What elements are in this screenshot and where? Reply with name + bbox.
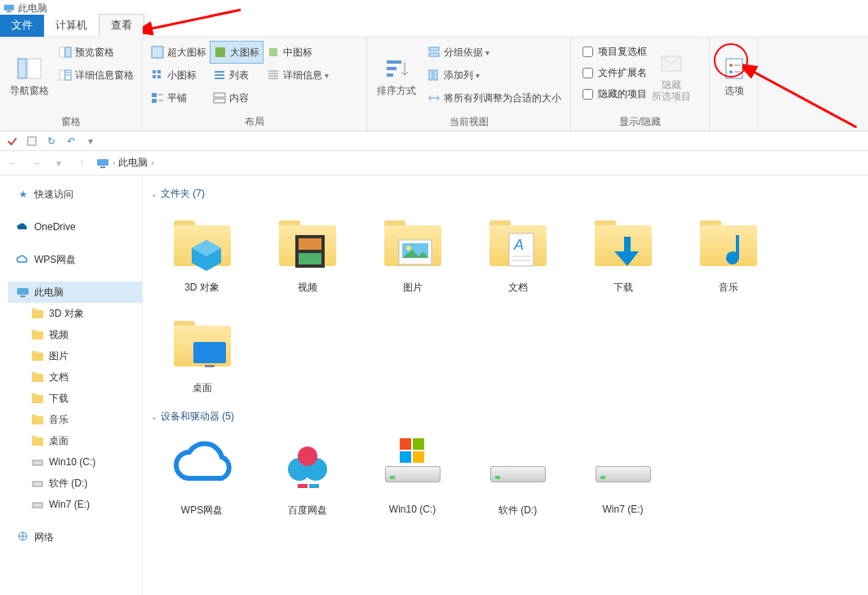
qat-check-icon[interactable] [5, 134, 20, 149]
layout-details-button[interactable]: 详细信息▾ [264, 64, 332, 87]
svg-rect-4 [28, 59, 41, 78]
drive-item-wps[interactable]: WPS网盘 [151, 433, 253, 517]
navigation-pane-button[interactable]: 导航窗格 [5, 41, 54, 111]
svg-rect-49 [17, 288, 29, 295]
sidebar-item-drive-d[interactable]: 软件 (D:) [8, 473, 142, 494]
svg-rect-3 [18, 59, 26, 78]
sidebar-item-downloads[interactable]: 下载 [8, 388, 142, 409]
details-pane-icon [59, 69, 72, 82]
group-label-currentview: 当前视图 [372, 113, 565, 129]
details-icon [267, 69, 280, 82]
tab-file[interactable]: 文件 [0, 15, 44, 37]
preview-pane-button[interactable]: 预览窗格 [55, 41, 137, 64]
qat-new-icon[interactable] [24, 134, 39, 149]
addcols-button[interactable]: 添加列▾ [424, 64, 565, 87]
layout-content-button[interactable]: 内容 [210, 87, 264, 109]
sidebar-item-onedrive[interactable]: OneDrive [8, 216, 142, 238]
sidebar-item-quickaccess[interactable]: ★快速访问 [8, 184, 142, 205]
chevron-down-icon: ⌄ [151, 412, 157, 421]
sidebar-item-3dobjects[interactable]: 3D 对象 [8, 303, 142, 324]
svg-rect-90 [413, 438, 424, 450]
layout-list-button[interactable]: 列表 [210, 64, 264, 87]
sidebar-item-network[interactable]: 网络 [8, 526, 142, 548]
drive-item-d[interactable]: 软件 (D:) [467, 433, 569, 517]
svg-rect-91 [400, 451, 411, 463]
group-label-layout: 布局 [148, 113, 361, 129]
folder-item-downloads[interactable]: 下载 [572, 211, 674, 295]
sidebar-item-drive-c[interactable]: Win10 (C:) [8, 451, 142, 473]
drive-item-baidu[interactable]: 百度网盘 [256, 433, 358, 517]
sidebar-item-drive-e[interactable]: Win7 (E:) [8, 494, 142, 515]
svg-rect-50 [20, 295, 25, 297]
checkboxes-toggle[interactable]: 项目复选框 [576, 41, 650, 62]
sidebar-item-pictures[interactable]: 图片 [8, 345, 142, 366]
medium-icon [267, 46, 280, 59]
folder-pictures-icon [380, 211, 445, 276]
nav-back-button[interactable]: ← [5, 155, 21, 171]
section-folders-header[interactable]: ⌄文件夹 (7) [151, 187, 868, 201]
section-drives-header[interactable]: ⌄设备和驱动器 (5) [151, 410, 868, 424]
folder-downloads-icon [591, 211, 656, 276]
annotation-arrow-options [742, 62, 865, 135]
svg-point-76 [406, 246, 411, 251]
extensions-toggle[interactable]: 文件扩展名 [576, 62, 650, 83]
folder-item-documents[interactable]: A 文档 [467, 211, 569, 295]
sidebar-item-wps[interactable]: WPS网盘 [8, 249, 142, 270]
svg-rect-14 [153, 75, 156, 78]
chevron-right-icon: › [113, 158, 115, 167]
svg-rect-47 [97, 159, 108, 166]
nav-forward-button[interactable]: → [28, 155, 44, 171]
qat-refresh-icon[interactable]: ↻ [44, 134, 59, 149]
sidebar-item-music[interactable]: 音乐 [8, 409, 142, 430]
sizecols-button[interactable]: 将所有列调整为合适的大小 [424, 87, 565, 109]
svg-rect-56 [32, 351, 37, 353]
baidu-cloud-icon [275, 433, 340, 499]
tab-computer[interactable]: 计算机 [44, 15, 99, 37]
drive-item-e[interactable]: Win7 (E:) [572, 433, 674, 517]
folder-item-3dobjects[interactable]: 3D 对象 [151, 211, 253, 295]
navigation-sidebar: ★快速访问 OneDrive WPS网盘 此电脑 3D 对象 视频 图片 文档 … [0, 175, 143, 595]
layout-tiles-button[interactable]: 平铺 [148, 87, 210, 109]
hideselected-button[interactable]: 隐藏 所选项目 [650, 41, 693, 111]
tab-view[interactable]: 查看 [99, 14, 144, 38]
drive-e-icon [591, 433, 656, 499]
svg-rect-34 [429, 47, 439, 51]
hiddenitems-toggle[interactable]: 隐藏的项目 [576, 83, 650, 104]
svg-rect-82 [193, 342, 226, 363]
layout-xlarge-button[interactable]: 超大图标 [148, 41, 210, 64]
breadcrumb[interactable]: › 此电脑 › [96, 156, 154, 170]
nav-up-button[interactable]: ↑ [73, 155, 90, 171]
drive-item-c[interactable]: Win10 (C:) [361, 433, 463, 517]
main-area: ★快速访问 OneDrive WPS网盘 此电脑 3D 对象 视频 图片 文档 … [0, 175, 868, 595]
breadcrumb-thispc[interactable]: 此电脑 [118, 156, 148, 170]
folder-documents-icon: A [485, 211, 551, 276]
folder-item-pictures[interactable]: 图片 [361, 211, 463, 295]
folder-item-desktop[interactable]: 桌面 [151, 311, 253, 395]
folder-item-videos[interactable]: 视频 [256, 211, 358, 295]
svg-rect-15 [157, 75, 161, 78]
groupby-button[interactable]: 分组依据▾ [424, 41, 565, 64]
svg-rect-11 [152, 47, 163, 58]
qat-undo-icon[interactable]: ↶ [64, 134, 78, 149]
sidebar-item-videos[interactable]: 视频 [8, 324, 142, 345]
ribbon-group-panes: 导航窗格 预览窗格 详细信息窗格 窗格 [0, 38, 143, 131]
sidebar-item-desktop[interactable]: 桌面 [8, 430, 142, 451]
qat-dropdown-icon[interactable]: ▾ [83, 134, 98, 149]
options-button[interactable]: 选项 [715, 41, 753, 111]
sortby-button[interactable]: 排序方式 [372, 41, 421, 111]
layout-medium-button[interactable]: 中图标 [264, 41, 332, 64]
list-icon [213, 69, 226, 82]
svg-point-42 [729, 70, 733, 73]
folder-item-music[interactable]: 音乐 [677, 211, 779, 295]
svg-rect-24 [214, 93, 225, 97]
sidebar-item-documents[interactable]: 文档 [8, 366, 142, 388]
layout-large-button[interactable]: 大图标 [210, 41, 264, 64]
svg-rect-59 [32, 395, 43, 403]
details-pane-button[interactable]: 详细信息窗格 [55, 64, 137, 87]
svg-rect-62 [32, 415, 37, 417]
layout-small-button[interactable]: 小图标 [148, 64, 210, 87]
nav-recent-button[interactable]: ▾ [51, 155, 67, 171]
svg-rect-61 [32, 416, 43, 424]
navigation-pane-icon [16, 56, 42, 82]
sidebar-item-thispc[interactable]: 此电脑 [8, 282, 142, 303]
